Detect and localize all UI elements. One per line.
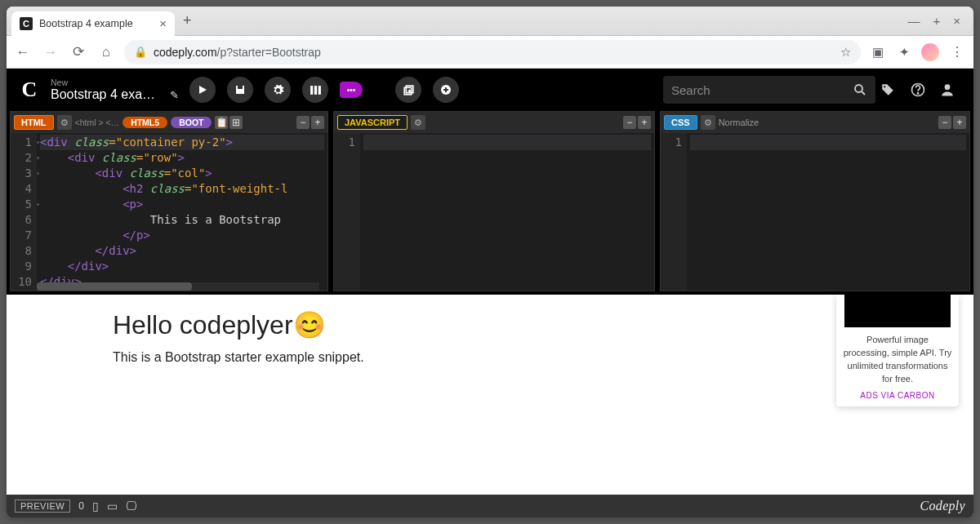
bottom-bar: PREVIEW 0 ▯ ▭ 🖵 Codeply	[7, 495, 973, 517]
clipboard-icon[interactable]: 📋	[215, 116, 228, 129]
svg-rect-5	[318, 86, 320, 95]
settings-button[interactable]	[265, 77, 291, 103]
js-editor[interactable]: 1	[334, 133, 654, 291]
device-desktop-icon[interactable]: 🖵	[126, 500, 137, 513]
svg-point-17	[917, 93, 918, 94]
nav-reload-button[interactable]: ⟳	[69, 43, 88, 60]
svg-rect-3	[310, 86, 313, 95]
js-panel: JAVASCRIPT ⚙ − + 1	[333, 111, 655, 291]
nav-home-button[interactable]: ⌂	[96, 44, 116, 60]
app-logo[interactable]: C	[16, 77, 42, 103]
extensions-puzzle-icon[interactable]: ✦	[895, 45, 913, 60]
css-panel: CSS ⚙ Normalize − + 1	[660, 111, 970, 291]
save-button[interactable]	[227, 77, 253, 103]
svg-rect-4	[314, 86, 316, 95]
tag-icon[interactable]	[880, 82, 905, 97]
svg-point-15	[884, 86, 885, 87]
ply-status: New	[51, 78, 181, 87]
preview-toggle-button[interactable]: PREVIEW	[15, 500, 70, 513]
codeply-brand[interactable]: Codeply	[920, 499, 965, 513]
horizontal-scrollbar[interactable]	[37, 282, 319, 291]
svg-point-13	[855, 85, 862, 92]
browser-menu-icon[interactable]: ⋮	[947, 44, 967, 60]
preview-paragraph: This is a Bootstrap starter example snip…	[113, 350, 867, 365]
html5-pill[interactable]: HTML5	[122, 117, 167, 128]
maximize-panel-icon[interactable]: +	[953, 116, 966, 129]
js-panel-label: JAVASCRIPT	[337, 115, 408, 130]
edit-title-icon[interactable]: ✎	[170, 89, 179, 101]
html-panel-label: HTML	[14, 115, 54, 130]
ad-attribution[interactable]: ADS VIA CARBON	[836, 391, 959, 400]
tab-favicon: C	[20, 17, 33, 30]
lock-icon: 🔒	[134, 46, 147, 58]
tags-button[interactable]: •••	[340, 82, 363, 98]
bookmark-star-icon[interactable]: ☆	[840, 45, 851, 60]
css-panel-label: CSS	[664, 115, 697, 130]
css-normalize-label[interactable]: Normalize	[719, 118, 760, 127]
user-icon[interactable]	[939, 82, 964, 98]
css-settings-icon[interactable]: ⚙	[701, 115, 715, 130]
minimize-panel-icon[interactable]: −	[938, 116, 951, 129]
play-button[interactable]	[189, 77, 216, 103]
search-icon[interactable]	[853, 82, 867, 97]
nav-forward-button[interactable]: →	[41, 44, 60, 60]
minimize-panel-icon[interactable]: −	[296, 116, 310, 129]
css-editor[interactable]: 1	[661, 133, 969, 291]
grid-icon[interactable]: ⊞	[229, 116, 243, 129]
device-tablet-icon[interactable]: ▭	[107, 500, 118, 513]
tab-title: Bootstrap 4 example	[39, 18, 153, 29]
app-toolbar: C New Bootstrap 4 examp… ✎ •••	[7, 69, 973, 111]
ad-image	[844, 295, 951, 327]
maximize-panel-icon[interactable]: +	[311, 116, 324, 129]
new-tab-button[interactable]: +	[175, 12, 200, 29]
svg-point-18	[945, 84, 951, 90]
extension-icon[interactable]: ▣	[869, 45, 887, 60]
add-button[interactable]	[433, 77, 459, 103]
html-settings-icon[interactable]: ⚙	[57, 115, 72, 130]
window-minimize-icon[interactable]: —	[907, 14, 920, 28]
svg-rect-2	[238, 86, 243, 89]
close-tab-icon[interactable]: ×	[159, 16, 167, 30]
bootstrap-pill[interactable]: BOOT	[171, 117, 212, 128]
browser-titlebar: C Bootstrap 4 example × + — + ×	[7, 7, 973, 36]
nav-back-button[interactable]: ←	[13, 44, 33, 60]
profile-avatar[interactable]	[921, 43, 939, 61]
ad-text: Powerful image processing, simple API. T…	[836, 334, 959, 386]
help-icon[interactable]	[910, 82, 934, 98]
layout-button[interactable]	[302, 77, 328, 103]
js-settings-icon[interactable]: ⚙	[411, 115, 425, 130]
html-breadcrumb: <html > <…	[75, 118, 120, 127]
url-text: codeply.com/p?starter=Bootstrap	[154, 46, 834, 59]
browser-tab[interactable]: C Bootstrap 4 example ×	[11, 11, 175, 36]
carbon-ad[interactable]: Powerful image processing, simple API. T…	[836, 295, 959, 406]
window-close-icon[interactable]: ×	[953, 14, 960, 28]
browser-urlbar: ← → ⟳ ⌂ 🔒 codeply.com/p?starter=Bootstra…	[7, 36, 973, 69]
minimize-panel-icon[interactable]: −	[623, 116, 636, 129]
html-panel: HTML ⚙ <html > <… HTML5 BOOT 📋 ⊞ − +	[10, 111, 328, 291]
svg-line-14	[862, 91, 865, 95]
preview-count: 0	[78, 500, 84, 512]
duplicate-button[interactable]	[395, 77, 421, 103]
ply-title: Bootstrap 4 examp…	[51, 87, 165, 102]
search-input[interactable]: Search	[663, 76, 875, 104]
preview-pane: Hello codeplyer😊 This is a Bootstrap sta…	[7, 295, 973, 495]
address-bar[interactable]: 🔒 codeply.com/p?starter=Bootstrap ☆	[124, 40, 861, 64]
html-editor[interactable]: 1 2 3 4 5 6 7 8 9 10 <div class="contain…	[11, 133, 327, 291]
svg-marker-0	[199, 86, 207, 94]
window-maximize-icon[interactable]: +	[933, 14, 940, 28]
device-mobile-icon[interactable]: ▯	[92, 500, 99, 513]
search-placeholder: Search	[671, 83, 853, 97]
preview-heading: Hello codeplyer😊	[113, 309, 867, 340]
maximize-panel-icon[interactable]: +	[638, 116, 651, 129]
